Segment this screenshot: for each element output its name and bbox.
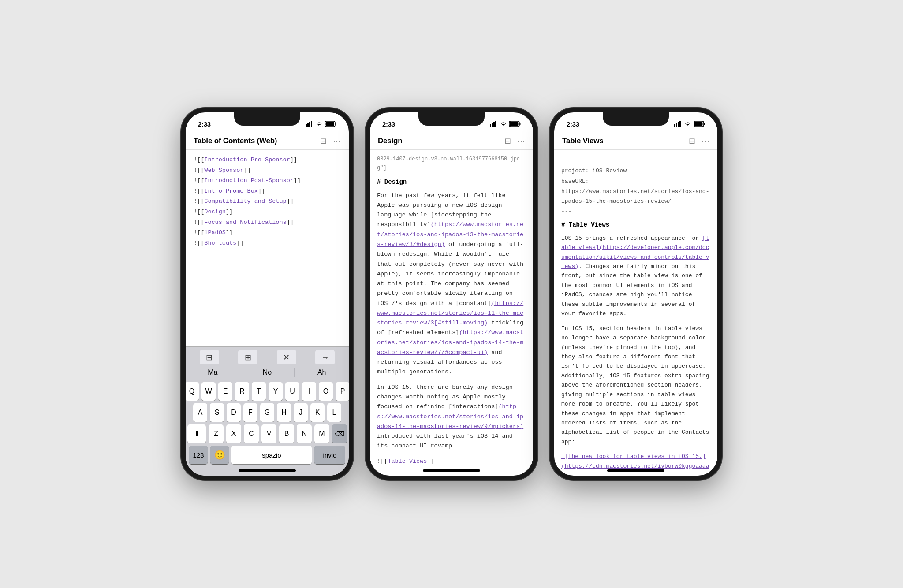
svg-rect-8 xyxy=(492,123,493,127)
app-title-3: Table Views xyxy=(562,137,604,145)
status-icons-3 xyxy=(674,121,705,127)
key-l[interactable]: L xyxy=(327,403,341,422)
grid-icon-2[interactable]: ⋯ xyxy=(517,136,525,146)
tv-para-2: In iOS 15, section headers in table view… xyxy=(561,324,710,447)
key-row-1: Q W E R T Y U I O P xyxy=(187,382,347,401)
status-icons-1 xyxy=(306,121,336,127)
svg-rect-6 xyxy=(326,122,334,126)
grid-icon-3[interactable]: ⋯ xyxy=(702,136,709,146)
phone-3-bottom xyxy=(554,465,717,476)
svg-rect-12 xyxy=(520,123,521,125)
design-para-1: For the past few years, it felt like App… xyxy=(377,191,526,377)
key-shift[interactable]: ⬆ xyxy=(187,424,206,443)
toc-item-7: ![[iPadOS]] xyxy=(194,228,341,238)
phone-3-content: Table Views ⊟ ⋯ --- project: iOS Review … xyxy=(554,132,717,476)
wifi-icon-1 xyxy=(315,121,322,127)
home-indicator-3 xyxy=(607,469,664,472)
status-time-2: 2:33 xyxy=(382,120,395,128)
key-k[interactable]: K xyxy=(310,403,325,422)
key-u[interactable]: U xyxy=(285,382,299,401)
key-y[interactable]: Y xyxy=(269,382,283,401)
key-c[interactable]: C xyxy=(244,424,259,443)
key-numbers[interactable]: 123 xyxy=(189,446,208,464)
key-f[interactable]: F xyxy=(243,403,257,422)
phone-3: 2:33 Table Views ⊟ ⋯ --- project: iOS Re… xyxy=(550,108,722,480)
keyboard-1: Ma No Ah Q W E R T Y U I O P xyxy=(186,364,349,476)
tv-meta-project: project: iOS Review xyxy=(561,166,710,175)
key-space[interactable]: spazio xyxy=(231,446,312,464)
key-m[interactable]: M xyxy=(314,424,329,443)
status-time-3: 2:33 xyxy=(567,120,579,128)
suggestion-ma[interactable]: Ma xyxy=(186,368,240,377)
svg-rect-20 xyxy=(694,122,703,126)
notch-2 xyxy=(418,112,485,126)
key-s[interactable]: S xyxy=(210,403,224,422)
key-g[interactable]: G xyxy=(260,403,274,422)
suggestion-ah[interactable]: Ah xyxy=(295,368,349,377)
toc-item-1: ![[Web Sponsor]] xyxy=(194,166,341,175)
grid-icon-1[interactable]: ⋯ xyxy=(333,136,341,146)
tv-heading: # Table Views xyxy=(561,220,710,230)
key-invio[interactable]: invio xyxy=(314,446,345,464)
key-row-3: ⬆ Z X C V B N M ⌫ xyxy=(187,424,347,443)
keyboard-home-1 xyxy=(186,467,349,476)
key-b[interactable]: B xyxy=(279,424,294,443)
key-e[interactable]: E xyxy=(218,382,232,401)
home-indicator-1 xyxy=(239,469,296,472)
key-z[interactable]: Z xyxy=(209,424,224,443)
wifi-icon-2 xyxy=(500,121,507,127)
toolbar-row-1: ⊟ ⊞ ✕ → xyxy=(190,350,344,365)
key-h[interactable]: H xyxy=(277,403,291,422)
design-text-area: 0829-1407-design-v3-no-wall-163197766815… xyxy=(370,150,533,470)
toc-item-0: ![[Introduction Pre-Sponsor]] xyxy=(194,155,341,165)
toc-item-5: ![[Design]] xyxy=(194,207,341,217)
battery-icon-2 xyxy=(509,121,521,127)
header-icons-3: ⊟ ⋯ xyxy=(689,136,709,146)
key-w[interactable]: W xyxy=(201,382,216,401)
signal-icon-1 xyxy=(306,121,313,127)
key-p[interactable]: P xyxy=(336,382,349,401)
app-title-2: Design xyxy=(378,137,402,145)
svg-rect-7 xyxy=(490,124,491,127)
signal-icon-2 xyxy=(490,121,497,127)
svg-rect-5 xyxy=(336,123,336,125)
key-d[interactable]: D xyxy=(227,403,241,422)
key-n[interactable]: N xyxy=(297,424,312,443)
tv-separator-2: --- xyxy=(561,207,710,216)
app-header-1: Table of Contents (Web) ⊟ ⋯ xyxy=(186,132,349,150)
key-x[interactable]: X xyxy=(226,424,241,443)
key-v[interactable]: V xyxy=(261,424,276,443)
tv-meta-baseurl-value: https://www.macstories.net/stories/ios-a… xyxy=(561,187,710,206)
svg-rect-19 xyxy=(704,123,705,125)
header-icons-2: ⊟ ⋯ xyxy=(504,136,525,146)
key-a[interactable]: A xyxy=(193,403,207,422)
key-q[interactable]: Q xyxy=(186,382,199,401)
notch-1 xyxy=(234,112,300,126)
wifi-icon-3 xyxy=(684,121,691,127)
design-heading: # Design xyxy=(377,177,526,187)
key-i[interactable]: I xyxy=(302,382,316,401)
signal-icon-3 xyxy=(674,121,681,127)
document-icon-2[interactable]: ⊟ xyxy=(504,136,511,146)
document-icon-3[interactable]: ⊟ xyxy=(689,136,695,146)
toolbar-btn-image[interactable]: ⊞ xyxy=(238,350,257,365)
toolbar-btn-table[interactable]: ⊟ xyxy=(200,350,219,365)
document-icon-1[interactable]: ⊟ xyxy=(320,136,327,146)
svg-rect-16 xyxy=(678,122,679,127)
phone-2: 2:33 Design ⊟ ⋯ 0829-1407-design-v3-no-w… xyxy=(366,108,537,480)
key-o[interactable]: O xyxy=(319,382,333,401)
key-row-2: A S D F G H J K L xyxy=(187,403,347,422)
home-indicator-2 xyxy=(423,469,480,472)
key-j[interactable]: J xyxy=(294,403,308,422)
toolbar-btn-close[interactable]: ✕ xyxy=(277,350,296,365)
key-backspace[interactable]: ⌫ xyxy=(332,424,347,443)
toolbar-btn-arrow-right[interactable]: → xyxy=(315,350,335,365)
key-emoji[interactable]: 🙂 xyxy=(210,446,229,464)
suggestion-no[interactable]: No xyxy=(240,368,295,377)
app-header-2: Design ⊟ ⋯ xyxy=(370,132,533,150)
design-para-2: In iOS 15, there are barely any design c… xyxy=(377,383,526,451)
key-t[interactable]: T xyxy=(252,382,266,401)
key-r[interactable]: R xyxy=(235,382,249,401)
key-bottom-row: 123 🙂 spazio invio xyxy=(187,446,347,464)
status-time-1: 2:33 xyxy=(198,120,211,128)
